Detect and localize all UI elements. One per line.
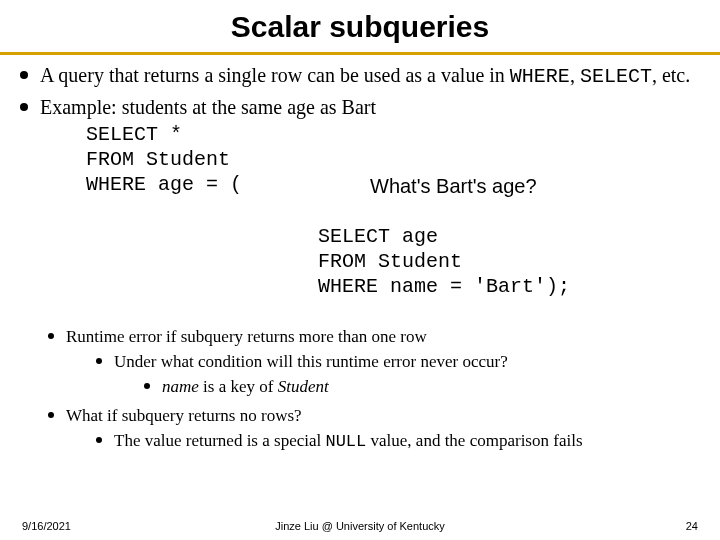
slide-title: Scalar subqueries xyxy=(0,0,720,52)
footer-page: 24 xyxy=(686,520,698,532)
bullet-1-code2: SELECT xyxy=(580,65,652,88)
sub-2a: The value returned is a special NULL val… xyxy=(94,430,702,454)
sub-2a-tail: value, and the comparison fails xyxy=(366,431,582,450)
bullet-1-tail: , etc. xyxy=(652,64,690,86)
bullet-2: Example: students at the same age as Bar… xyxy=(18,95,702,197)
bullet-1-mid: , xyxy=(570,64,580,86)
callout-question: What's Bart's age? xyxy=(370,175,537,198)
sub-1a-i-student: Student xyxy=(278,377,329,396)
sub-1: Runtime error if subquery returns more t… xyxy=(46,326,702,399)
bullet-1: A query that returns a single row can be… xyxy=(18,63,702,89)
bullet-1-lead: A query that returns a single row can be… xyxy=(40,64,510,86)
footer: 9/16/2021 Jinze Liu @ University of Kent… xyxy=(0,520,720,532)
code-subquery: SELECT age FROM Student WHERE name = 'Ba… xyxy=(318,224,570,299)
sub-2a-lead: The value returned is a special xyxy=(114,431,325,450)
sub-1a: Under what condition will this runtime e… xyxy=(94,351,702,399)
bullet-1-code1: WHERE xyxy=(510,65,570,88)
sub-2-text: What if subquery returns no rows? xyxy=(66,406,302,425)
footer-mid: Jinze Liu @ University of Kentucky xyxy=(0,520,720,532)
title-rule xyxy=(0,52,720,55)
sub-2: What if subquery returns no rows? The va… xyxy=(46,405,702,454)
bullet-2-text: Example: students at the same age as Bar… xyxy=(40,96,376,118)
sub-1a-i: name is a key of Student xyxy=(142,376,702,399)
sub-1a-i-name: name xyxy=(162,377,199,396)
sub-1-text: Runtime error if subquery returns more t… xyxy=(66,327,427,346)
sub-2a-code: NULL xyxy=(325,432,366,451)
slide-content: A query that returns a single row can be… xyxy=(0,63,720,197)
sub-1a-text: Under what condition will this runtime e… xyxy=(114,352,508,371)
sub-1a-i-mid: is a key of xyxy=(199,377,278,396)
sub-bullets: Runtime error if subquery returns more t… xyxy=(18,312,702,460)
footer-date: 9/16/2021 xyxy=(22,520,71,532)
